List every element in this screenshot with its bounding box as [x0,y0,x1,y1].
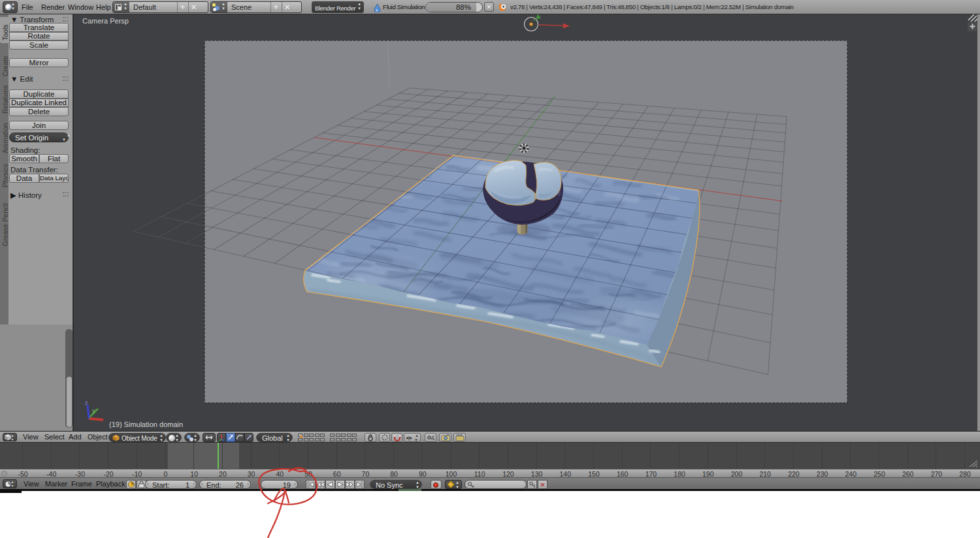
svg-text:y: y [92,407,95,414]
svg-text:z: z [85,400,88,406]
